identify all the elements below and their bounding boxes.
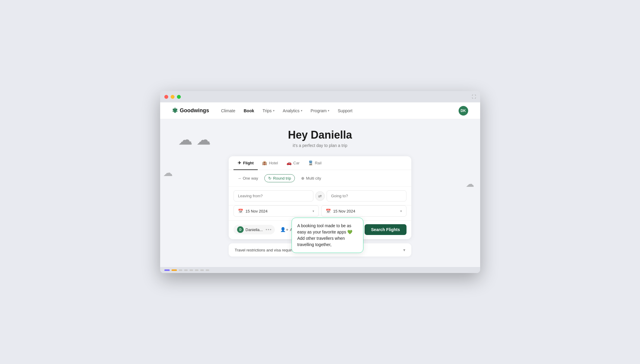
tab-car[interactable]: 🚗 Car <box>282 156 304 170</box>
tooltip-text: A booking tool made to be as easy as you… <box>297 223 352 247</box>
nav-book[interactable]: Book <box>244 108 254 113</box>
main-content: ☁ ☁ ☁ ☁ Hey Daniella it's a perfect day … <box>160 119 480 267</box>
titlebar: ⛶ <box>160 91 480 102</box>
progress-dot-2 <box>172 269 177 271</box>
dot <box>270 229 271 230</box>
chevron-down-icon: ▾ <box>313 209 314 213</box>
nav-trips[interactable]: Trips ▾ <box>263 108 274 113</box>
going-to-input[interactable] <box>327 190 407 201</box>
leaving-from-input[interactable] <box>233 190 313 201</box>
traveller-avatar: D <box>237 226 244 233</box>
cloud-decoration-left2: ☁ <box>163 167 173 178</box>
route-inputs: ⇄ <box>229 187 411 205</box>
titlebar-buttons <box>164 95 181 99</box>
app-window: ⛶ ✾ Goodwings Climate Book Trips ▾ Analy… <box>160 91 480 273</box>
return-date-value: 15 Nov 2024 <box>333 209 398 213</box>
tab-rail[interactable]: 🚆 Rail <box>304 156 326 170</box>
page-title: Hey Daniella <box>288 129 352 141</box>
close-button[interactable] <box>164 95 168 99</box>
calendar-icon: 📅 <box>326 209 331 213</box>
progress-dot-7 <box>200 269 204 271</box>
travellers-row: D Daniella... 👤+ Add traveller ● A booki… <box>229 221 411 239</box>
traveller-menu[interactable] <box>266 229 271 230</box>
multi-city-icon: ⊕ <box>301 176 304 181</box>
navbar: ✾ Goodwings Climate Book Trips ▾ Analyti… <box>160 102 480 119</box>
flight-icon: ✈ <box>238 160 241 165</box>
cloud-decoration-right: ☁ <box>466 179 474 189</box>
one-way-icon: → <box>237 176 241 181</box>
round-trip-icon: ↻ <box>268 176 272 181</box>
hotel-icon: 🏨 <box>262 160 267 165</box>
progress-dot-4 <box>184 269 188 271</box>
dot <box>268 229 269 230</box>
tab-hotel[interactable]: 🏨 Hotel <box>258 156 282 170</box>
depart-date-value: 15 Nov 2024 <box>245 209 310 213</box>
logo-text: Goodwings <box>180 107 209 114</box>
progress-dot-1 <box>164 269 170 271</box>
nav-climate[interactable]: Climate <box>221 108 235 113</box>
nav-support[interactable]: Support <box>338 108 352 113</box>
search-tabs: ✈ Flight 🏨 Hotel 🚗 Car 🚆 Rail <box>229 156 411 170</box>
progress-dot-8 <box>206 269 209 271</box>
traveller-name: Daniella... <box>245 228 263 232</box>
progress-dot-3 <box>179 269 182 271</box>
nav-program[interactable]: Program ▾ <box>311 108 330 113</box>
nav-analytics[interactable]: Analytics ▾ <box>283 108 302 113</box>
logo-icon: ✾ <box>172 107 178 115</box>
search-card: ✈ Flight 🏨 Hotel 🚗 Car 🚆 Rail <box>229 156 411 239</box>
multi-city-button[interactable]: ⊕ Multi city <box>297 174 325 182</box>
avatar[interactable]: DK <box>459 106 468 116</box>
minimize-button[interactable] <box>171 95 175 99</box>
expand-icon[interactable]: ⛶ <box>472 94 476 99</box>
progress-dot-6 <box>195 269 198 271</box>
chevron-down-icon: ▾ <box>273 109 274 112</box>
chevron-down-icon: ▾ <box>400 209 402 213</box>
search-flights-button[interactable]: Search Flights <box>365 224 407 235</box>
logo[interactable]: ✾ Goodwings <box>172 107 209 115</box>
bottom-bar <box>160 267 480 273</box>
nav-links: Climate Book Trips ▾ Analytics ▾ Program… <box>221 108 459 113</box>
traveller-chip: D Daniella... <box>233 225 275 234</box>
hero-subtitle: it's a perfect day to plan a trip <box>293 143 347 148</box>
swap-button[interactable]: ⇄ <box>315 191 325 201</box>
round-trip-button[interactable]: ↻ Round trip <box>264 174 295 182</box>
chevron-down-icon: ▾ <box>328 109 329 112</box>
dot <box>266 229 267 230</box>
trip-type-row: → One way ↻ Round trip ⊕ Multi city <box>229 170 411 187</box>
tooltip-bubble: A booking tool made to be as easy as you… <box>292 218 363 253</box>
rail-icon: 🚆 <box>308 160 313 165</box>
tab-flight[interactable]: ✈ Flight <box>233 156 258 170</box>
progress-dot-5 <box>189 269 193 271</box>
chevron-down-icon: ▾ <box>403 248 405 252</box>
return-date-picker[interactable]: 📅 15 Nov 2024 ▾ <box>321 205 407 217</box>
cloud-decoration-left: ☁ ☁ <box>178 131 211 148</box>
add-person-icon: 👤+ <box>280 227 289 232</box>
calendar-icon: 📅 <box>238 209 243 213</box>
one-way-button[interactable]: → One way <box>233 174 262 182</box>
car-icon: 🚗 <box>286 160 292 165</box>
maximize-button[interactable] <box>177 95 181 99</box>
depart-date-picker[interactable]: 📅 15 Nov 2024 ▾ <box>233 205 319 217</box>
chevron-down-icon: ▾ <box>301 109 302 112</box>
